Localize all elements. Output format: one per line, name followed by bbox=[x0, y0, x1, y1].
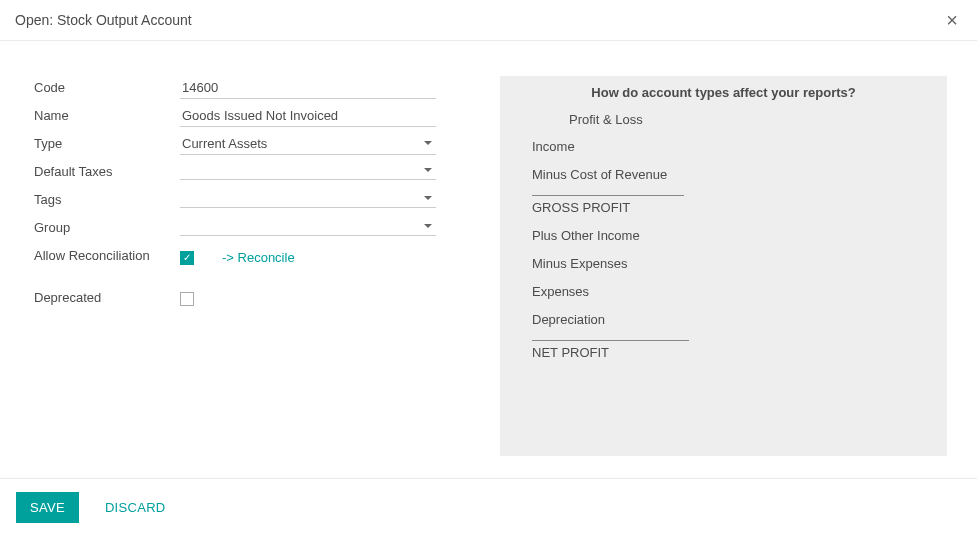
label-tags: Tags bbox=[34, 188, 180, 207]
info-panel: How do account types affect your reports… bbox=[500, 76, 947, 456]
name-input[interactable] bbox=[180, 104, 436, 127]
type-value: Current Assets bbox=[182, 136, 267, 151]
save-button[interactable]: SAVE bbox=[16, 492, 79, 523]
modal-footer: SAVE DISCARD bbox=[0, 479, 977, 536]
label-code: Code bbox=[34, 76, 180, 95]
modal-header: Open: Stock Output Account × bbox=[0, 0, 977, 41]
info-line-expenses: Expenses bbox=[526, 284, 921, 299]
info-pnl-heading: Profit & Loss bbox=[526, 112, 921, 127]
chevron-down-icon bbox=[424, 141, 432, 145]
deprecated-checkbox[interactable] bbox=[180, 292, 194, 306]
close-button[interactable]: × bbox=[942, 10, 962, 30]
chevron-down-icon bbox=[424, 168, 432, 172]
allow-reconciliation-checkbox[interactable]: ✓ bbox=[180, 251, 194, 265]
info-line-plus-other: Plus Other Income bbox=[526, 228, 921, 243]
code-input[interactable] bbox=[180, 76, 436, 99]
modal-title: Open: Stock Output Account bbox=[15, 12, 192, 28]
tags-select[interactable] bbox=[180, 188, 436, 208]
label-type: Type bbox=[34, 132, 180, 151]
info-line-minus-exp: Minus Expenses bbox=[526, 256, 921, 271]
modal-body: Code Name Type Current Assets bbox=[0, 41, 977, 479]
label-group: Group bbox=[34, 216, 180, 235]
chevron-down-icon bbox=[424, 196, 432, 200]
info-column: How do account types affect your reports… bbox=[500, 76, 947, 456]
info-panel-title: How do account types affect your reports… bbox=[526, 85, 921, 100]
form-column: Code Name Type Current Assets bbox=[34, 76, 436, 456]
label-allow-reconciliation: Allow Reconciliation bbox=[34, 244, 180, 263]
info-line-income: Income bbox=[526, 139, 921, 154]
chevron-down-icon bbox=[424, 224, 432, 228]
reconcile-link[interactable]: -> Reconcile bbox=[222, 250, 295, 265]
label-name: Name bbox=[34, 104, 180, 123]
type-select[interactable]: Current Assets bbox=[180, 132, 436, 155]
label-default-taxes: Default Taxes bbox=[34, 160, 180, 179]
group-select[interactable] bbox=[180, 216, 436, 236]
info-line-gross-profit: GROSS PROFIT bbox=[532, 195, 684, 215]
info-line-minus-cor: Minus Cost of Revenue bbox=[526, 167, 921, 182]
discard-button[interactable]: DISCARD bbox=[99, 499, 172, 516]
default-taxes-select[interactable] bbox=[180, 160, 436, 180]
info-line-net-profit: NET PROFIT bbox=[532, 340, 689, 360]
label-deprecated: Deprecated bbox=[34, 286, 180, 305]
info-line-depreciation: Depreciation bbox=[526, 312, 921, 327]
